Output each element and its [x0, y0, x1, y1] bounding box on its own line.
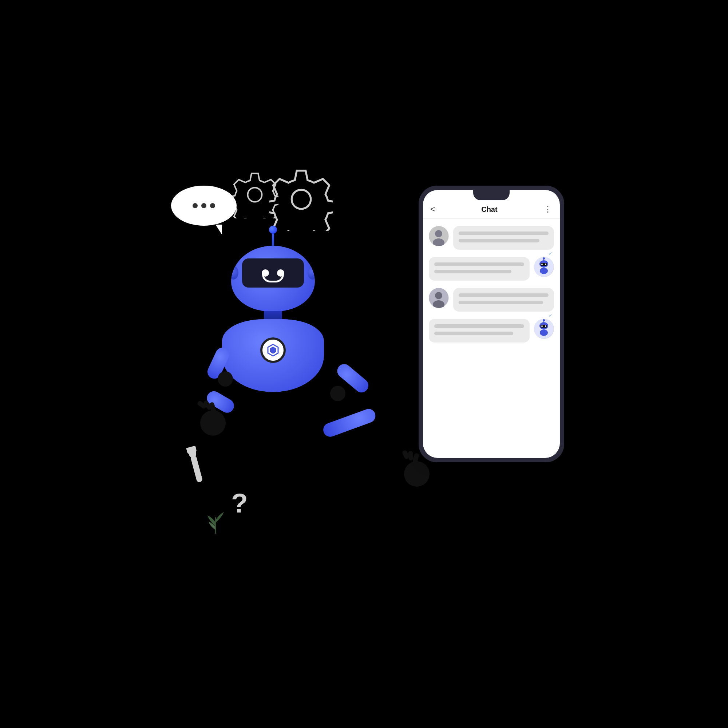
emblem-hex-icon: [266, 344, 280, 357]
user-avatar-icon-1: [429, 226, 449, 246]
phone-wrapper: < Chat ⋮: [419, 186, 564, 462]
message-tick-3: ✓: [549, 313, 552, 318]
user-avatar-3: [429, 288, 449, 308]
svg-point-25: [545, 326, 546, 327]
hand-left: [200, 410, 226, 436]
bot-avatar-2: [534, 257, 554, 277]
svg-rect-2: [190, 455, 203, 483]
chat-title: Chat: [435, 205, 544, 214]
robot-smile: [262, 274, 284, 283]
bot-avatar-4: [534, 319, 554, 339]
robot-face: [242, 258, 304, 288]
torso-emblem: [260, 337, 286, 363]
elbow-right: [330, 386, 346, 401]
robot-antenna: [269, 226, 277, 248]
phone-notch: [473, 190, 509, 200]
svg-marker-4: [270, 347, 276, 354]
svg-point-13: [541, 263, 543, 265]
robot-ear-right: [307, 266, 315, 280]
message-tick-1: ✓: [549, 251, 552, 256]
arm-lower-right: [321, 407, 378, 439]
dot-2: [201, 203, 206, 208]
robot-left-arm: [219, 348, 232, 381]
head-body: [231, 246, 315, 311]
svg-point-17: [435, 292, 442, 299]
back-button[interactable]: <: [430, 205, 435, 214]
bot-avatar-icon-2: [534, 257, 554, 277]
svg-point-26: [540, 329, 548, 336]
user-avatar-icon-3: [429, 288, 449, 308]
dot-3: [210, 203, 215, 208]
svg-point-6: [435, 230, 442, 237]
phone-frame: < Chat ⋮: [419, 186, 564, 462]
message-bubble-3: ✓: [453, 288, 554, 312]
main-scene: ?: [164, 164, 564, 564]
chat-appbar: < Chat ⋮: [423, 200, 560, 219]
antenna-ball: [269, 226, 277, 234]
svg-point-11: [543, 257, 545, 260]
robot-head: [231, 246, 315, 311]
robot-neck: [264, 311, 282, 319]
svg-point-24: [541, 326, 543, 327]
message-bubble-2: [429, 257, 530, 281]
elbow-left: [218, 371, 233, 387]
hand-right: [404, 461, 430, 487]
message-row-3: ✓: [429, 288, 554, 312]
robot-torso: [222, 319, 324, 392]
dot-1: [193, 203, 198, 208]
robot: [193, 226, 353, 392]
robot-right-arm: [332, 367, 346, 403]
robot-ear-left: [231, 266, 239, 280]
message-row-1: ✓: [429, 226, 554, 250]
gear-top-center-icon: [269, 167, 333, 232]
message-row-4: [429, 319, 554, 343]
bubble-body: [171, 186, 237, 226]
message-bubble-4: [429, 319, 530, 343]
message-row-2: [429, 257, 554, 281]
message-bubble-1: ✓: [453, 226, 554, 250]
svg-point-15: [540, 268, 548, 274]
question-mark: ?: [231, 487, 248, 519]
bot-avatar-icon-4: [534, 319, 554, 339]
wrench-icon: [177, 444, 214, 489]
user-avatar-1: [429, 226, 449, 246]
svg-point-22: [543, 319, 545, 321]
more-options-button[interactable]: ⋮: [544, 205, 552, 214]
svg-point-14: [545, 263, 546, 265]
chat-messages: ✓: [423, 219, 560, 458]
phone-screen: < Chat ⋮: [423, 190, 560, 458]
plant-icon: [202, 503, 229, 537]
